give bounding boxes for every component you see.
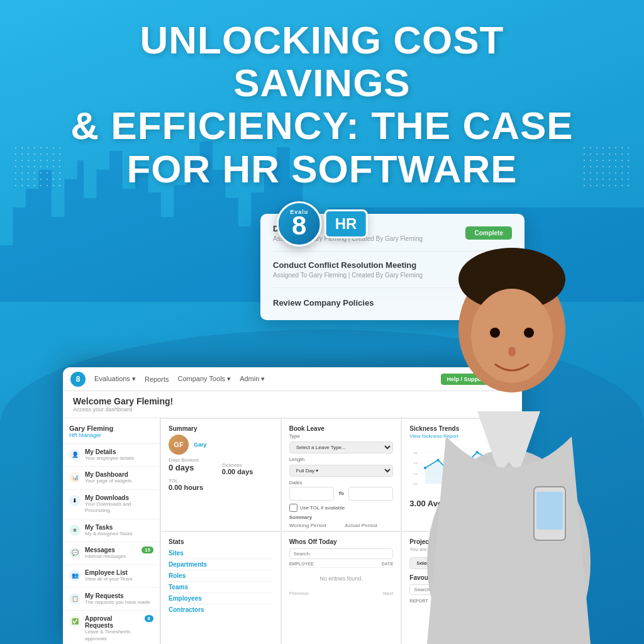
tol-label: TOL: [169, 478, 219, 484]
sidebar-my-details-label: My Details: [85, 448, 134, 455]
summary-title: Summary: [169, 425, 273, 432]
approval-icon: ✅: [69, 616, 80, 627]
sidebar-user-role: HR Manager: [69, 432, 153, 438]
nav-reports[interactable]: Reports: [145, 375, 169, 383]
main-headline: UNLOCKING COST SAVINGS & EFFICIENCY: THE…: [48, 19, 596, 191]
stats-sites[interactable]: Sites: [169, 548, 273, 559]
sidebar-approval-label: Approval Requests: [85, 615, 140, 629]
nav-admin[interactable]: Admin ▾: [240, 375, 265, 383]
sidebar-my-requests-label: My Requests: [85, 592, 150, 599]
sidebar-employee-list-sub: View all of your Team: [85, 576, 133, 582]
pagination: Previous Next: [289, 591, 394, 596]
dates-label: Dates: [289, 480, 394, 486]
svg-point-4: [471, 289, 553, 383]
dates-from-input[interactable]: [289, 487, 335, 501]
sidebar-item-my-dashboard[interactable]: 📊 My Dashboard Your page of widgets: [63, 467, 160, 489]
user-avatar: GF: [169, 435, 189, 455]
headline-block: UNLOCKING COST SAVINGS & EFFICIENCY: THE…: [48, 19, 596, 191]
svg-rect-9: [536, 492, 563, 530]
messages-icon: 💬: [69, 547, 80, 558]
logo-badge: Evalu 8 HR: [277, 201, 368, 247]
approval-badge: 8: [145, 615, 153, 622]
sidebar-my-tasks-sub: My & Assigned Tasks: [85, 531, 132, 537]
nav-evaluations[interactable]: Evaluations ▾: [94, 375, 136, 383]
sidebar: Gary Fleming HR Manager 👤 My Details You…: [63, 418, 160, 644]
bottom-employees-label: Employees: [0, 632, 644, 644]
logo-hr-text: HR: [325, 209, 368, 238]
sidebar-item-employee-list[interactable]: 👥 Employee List View all of your Team: [63, 565, 160, 587]
stats-list: Sites Departments Roles Teams Employees …: [169, 548, 273, 615]
person-icon: 👤: [69, 449, 80, 460]
chart-icon: 📊: [69, 472, 80, 483]
svg-point-6: [524, 328, 534, 338]
tol-checkbox-label: Use TOL if available: [300, 505, 345, 511]
no-entries-msg: No entries found.: [289, 569, 394, 588]
svg-point-5: [490, 328, 500, 338]
stats-roles[interactable]: Roles: [169, 570, 273, 582]
type-label: Type: [289, 433, 394, 439]
whos-off-title: Whos Off Today: [289, 538, 394, 545]
summary-sub-label: Summary: [289, 514, 394, 520]
sidebar-my-downloads-label: My Downloads: [85, 494, 153, 501]
sidebar-item-my-tasks[interactable]: ≡ My Tasks My & Assigned Tasks: [63, 519, 160, 542]
sidebar-messages-sub: Internal messages: [85, 553, 126, 560]
stats-panel: Stats Sites Departments Roles Teams Empl…: [160, 531, 281, 644]
sidebar-item-my-downloads[interactable]: ⬇ My Downloads Your Downloads and Proces…: [63, 490, 160, 519]
sidebar-messages-label: Messages: [85, 547, 126, 553]
working-period-header: Working Period: [289, 521, 345, 530]
sickness-label: Sickness: [222, 462, 273, 468]
logo-eight: 8: [292, 213, 306, 239]
nav-logo: 8: [70, 372, 86, 387]
summary-grid: Days Booked 0 days Sickness 0.00 days TO…: [169, 457, 273, 491]
days-booked-label: Days Booked: [169, 457, 219, 463]
stats-teams[interactable]: Teams: [169, 582, 273, 593]
sidebar-employee-list-label: Employee List: [85, 569, 133, 576]
sidebar-user-name: Gary Fleming: [69, 425, 153, 432]
whos-off-search[interactable]: [289, 548, 394, 559]
length-select[interactable]: Full Day ▾: [289, 465, 394, 477]
svg-point-7: [508, 347, 516, 357]
type-select[interactable]: Select a Leave Type...: [289, 441, 394, 453]
sidebar-my-tasks-label: My Tasks: [85, 524, 132, 531]
sidebar-my-downloads-sub: Your Downloads and Processing: [85, 501, 153, 514]
stats-title: Stats: [169, 538, 273, 545]
logo-circle: Evalu 8: [277, 201, 322, 247]
sidebar-user: Gary Fleming HR Manager: [63, 418, 160, 444]
sickness-value: 0.00 days: [222, 468, 273, 475]
employee-col-header: EMPLOYEE: [289, 562, 379, 566]
book-leave-title: Book Leave: [289, 425, 394, 432]
sidebar-item-my-details[interactable]: 👤 My Details Your employee details: [63, 444, 160, 467]
summary-panel: Summary GF Gary Days Booked 0 days S: [160, 418, 281, 531]
avatar-name: Gary: [194, 441, 207, 448]
messages-badge: 15: [142, 547, 153, 553]
employee-list-icon: 👥: [69, 570, 80, 581]
stats-employees[interactable]: Employees: [169, 593, 273, 604]
requests-icon: 📋: [69, 593, 80, 604]
sidebar-my-requests-sub: The requests you have made: [85, 599, 150, 606]
to-label: To: [336, 487, 345, 501]
person-photo: [383, 172, 635, 644]
whos-off-table-header: EMPLOYEE DATE: [289, 562, 394, 568]
sidebar-item-messages[interactable]: 💬 Messages Internal messages 15: [63, 542, 160, 565]
length-label: Length: [289, 457, 394, 462]
task-3-title: Review Company Policies: [273, 298, 374, 308]
download-icon: ⬇: [69, 495, 80, 506]
tol-value: 0.00 hours: [169, 484, 219, 491]
sidebar-my-dashboard-sub: Your page of widgets: [85, 478, 131, 484]
days-booked-value: 0 days: [169, 463, 219, 472]
tasks-icon: ≡: [69, 525, 80, 536]
prev-btn[interactable]: Previous: [289, 591, 309, 596]
stats-departments[interactable]: Departments: [169, 559, 273, 570]
stats-contractors[interactable]: Contractors: [169, 604, 273, 615]
leave-summary-table: Working Period Actual Period 0.00 0.00: [289, 521, 394, 531]
sidebar-my-dashboard-label: My Dashboard: [85, 471, 131, 478]
tol-checkbox[interactable]: [289, 504, 297, 512]
nav-company-tools[interactable]: Company Tools ▾: [177, 375, 231, 383]
sidebar-item-my-requests[interactable]: 📋 My Requests The requests you have made: [63, 588, 160, 611]
sidebar-my-details-sub: Your employee details: [85, 455, 134, 462]
